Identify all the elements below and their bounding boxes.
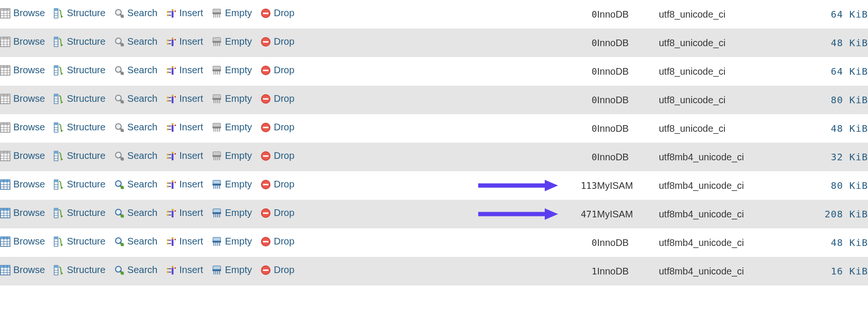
row-count: 0 — [559, 86, 597, 114]
search-link[interactable]: Search — [114, 207, 157, 218]
search-icon — [114, 236, 125, 247]
browse-label: Browse — [13, 264, 45, 275]
structure-icon — [54, 65, 64, 76]
browse-link[interactable]: Browse — [0, 264, 45, 275]
search-link[interactable]: Search — [114, 264, 157, 275]
browse-icon — [0, 179, 10, 190]
search-link[interactable]: Search — [114, 65, 157, 76]
drop-link[interactable]: Drop — [260, 236, 294, 247]
browse-link[interactable]: Browse — [0, 179, 45, 190]
drop-link[interactable]: Drop — [260, 93, 294, 104]
empty-link[interactable]: Empty — [212, 93, 252, 104]
drop-link[interactable]: Drop — [260, 264, 294, 275]
browse-link[interactable]: Browse — [0, 207, 45, 218]
search-link[interactable]: Search — [114, 150, 157, 161]
insert-link[interactable]: Insert — [166, 122, 203, 133]
browse-label: Browse — [13, 8, 45, 19]
empty-link[interactable]: Empty — [212, 150, 252, 161]
drop-link[interactable]: Drop — [260, 36, 294, 47]
structure-link[interactable]: Structure — [54, 207, 106, 218]
insert-link[interactable]: Insert — [166, 264, 203, 275]
search-link[interactable]: Search — [114, 8, 157, 19]
search-label: Search — [127, 236, 157, 247]
insert-link[interactable]: Insert — [166, 150, 203, 161]
search-icon — [114, 208, 125, 218]
browse-link[interactable]: Browse — [0, 93, 45, 104]
structure-link[interactable]: Structure — [54, 179, 106, 190]
search-icon — [114, 65, 125, 76]
structure-link[interactable]: Structure — [54, 65, 106, 76]
drop-label: Drop — [274, 122, 294, 133]
drop-link[interactable]: Drop — [260, 207, 294, 218]
insert-label: Insert — [179, 207, 203, 218]
browse-link[interactable]: Browse — [0, 236, 45, 247]
insert-link[interactable]: Insert — [166, 8, 203, 19]
browse-label: Browse — [13, 93, 45, 104]
search-link[interactable]: Search — [114, 36, 157, 47]
empty-link[interactable]: Empty — [212, 122, 252, 133]
browse-link[interactable]: Browse — [0, 65, 45, 76]
empty-link[interactable]: Empty — [212, 207, 252, 218]
collation: utf8_unicode_ci — [659, 0, 801, 29]
drop-link[interactable]: Drop — [260, 150, 294, 161]
browse-link[interactable]: Browse — [0, 150, 45, 161]
empty-link[interactable]: Empty — [212, 179, 252, 190]
size: 208 KiB — [801, 200, 868, 228]
size: 48 KiB — [801, 228, 868, 257]
empty-link[interactable]: Empty — [212, 8, 252, 19]
insert-link[interactable]: Insert — [166, 36, 203, 47]
insert-link[interactable]: Insert — [166, 179, 203, 190]
structure-link[interactable]: Structure — [54, 8, 106, 19]
search-icon — [114, 37, 125, 47]
empty-link[interactable]: Empty — [212, 236, 252, 247]
engine: InnoDB — [597, 228, 659, 257]
browse-label: Browse — [13, 36, 45, 47]
insert-label: Insert — [179, 264, 203, 275]
empty-icon — [212, 37, 222, 47]
empty-link[interactable]: Empty — [212, 264, 252, 275]
search-label: Search — [127, 93, 157, 104]
drop-link[interactable]: Drop — [260, 8, 294, 19]
insert-link[interactable]: Insert — [166, 236, 203, 247]
empty-label: Empty — [225, 207, 252, 218]
drop-link[interactable]: Drop — [260, 65, 294, 76]
structure-link[interactable]: Structure — [54, 150, 106, 161]
size: 80 KiB — [801, 86, 868, 114]
insert-link[interactable]: Insert — [166, 65, 203, 76]
search-link[interactable]: Search — [114, 179, 157, 190]
insert-label: Insert — [179, 150, 203, 161]
structure-link[interactable]: Structure — [54, 264, 106, 275]
structure-link[interactable]: Structure — [54, 93, 106, 104]
structure-label: Structure — [67, 236, 106, 247]
browse-link[interactable]: Browse — [0, 122, 45, 133]
empty-label: Empty — [225, 36, 252, 47]
drop-label: Drop — [274, 150, 294, 161]
svg-marker-46 — [545, 180, 558, 191]
drop-label: Drop — [274, 36, 294, 47]
structure-link[interactable]: Structure — [54, 236, 106, 247]
search-link[interactable]: Search — [114, 236, 157, 247]
browse-icon — [0, 65, 10, 76]
insert-label: Insert — [179, 179, 203, 190]
table-row: BrowseStructureSearchInsertEmptyDrop471M… — [0, 200, 868, 228]
empty-link[interactable]: Empty — [212, 65, 252, 76]
annotation-arrow — [473, 171, 559, 200]
search-label: Search — [127, 207, 157, 218]
row-count: 113 — [559, 171, 597, 200]
engine: InnoDB — [597, 0, 659, 29]
browse-link[interactable]: Browse — [0, 8, 45, 19]
browse-link[interactable]: Browse — [0, 36, 45, 47]
structure-link[interactable]: Structure — [54, 122, 106, 133]
browse-icon — [0, 208, 10, 218]
drop-link[interactable]: Drop — [260, 179, 294, 190]
drop-link[interactable]: Drop — [260, 122, 294, 133]
row-count: 0 — [559, 143, 597, 171]
search-link[interactable]: Search — [114, 122, 157, 133]
structure-link[interactable]: Structure — [54, 36, 106, 47]
empty-link[interactable]: Empty — [212, 36, 252, 47]
engine: InnoDB — [597, 143, 659, 171]
insert-link[interactable]: Insert — [166, 93, 203, 104]
search-link[interactable]: Search — [114, 93, 157, 104]
insert-link[interactable]: Insert — [166, 207, 203, 218]
size: 80 KiB — [801, 171, 868, 200]
